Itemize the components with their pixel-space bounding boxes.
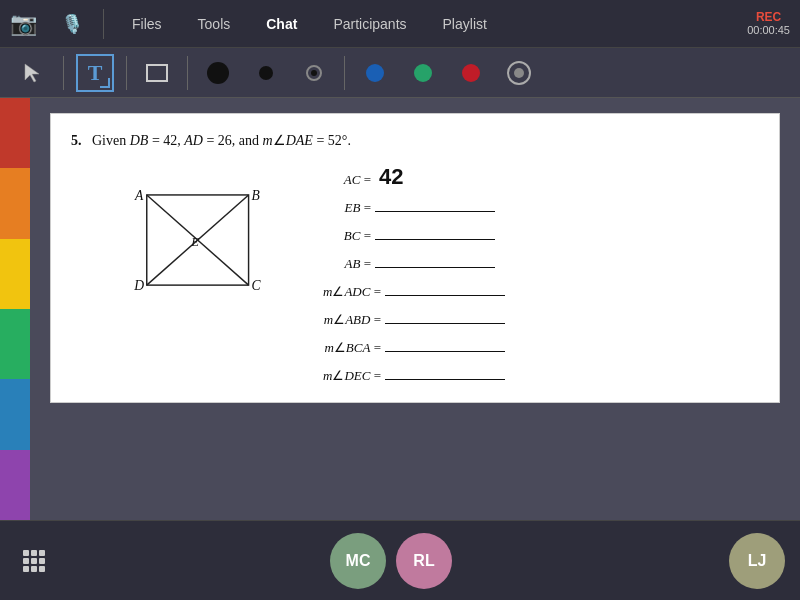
label-ab: AB = [291, 256, 371, 272]
figure-area: A B C D E [71, 161, 271, 384]
strip-blue [0, 379, 30, 449]
medium-pen-button[interactable] [248, 55, 284, 91]
value-ac: 42 [379, 166, 403, 188]
large-pen-button[interactable] [200, 55, 236, 91]
line-mdec [385, 364, 505, 380]
answer-mdec: m∠DEC = [291, 364, 759, 384]
svg-rect-1 [147, 65, 167, 81]
label-mdec: m∠DEC = [291, 368, 381, 384]
blue-color-button[interactable] [357, 55, 393, 91]
line-ab [375, 252, 495, 268]
geometry-figure: A B C D E [71, 161, 271, 321]
green-color-button[interactable] [405, 55, 441, 91]
label-mbca: m∠BCA = [291, 340, 381, 356]
main-area: 5. Given DB = 42, AD = 26, and m∠DAE = 5… [0, 98, 800, 520]
menu-participants[interactable]: Participants [325, 12, 414, 36]
toolbar-divider-4 [344, 56, 345, 90]
strip-orange [0, 168, 30, 238]
toolbar-divider-1 [63, 56, 64, 90]
label-bc: BC = [291, 228, 371, 244]
menu-chat[interactable]: Chat [258, 12, 305, 36]
toolbar-divider-3 [187, 56, 188, 90]
toolbar-divider-2 [126, 56, 127, 90]
svg-text:C: C [251, 278, 261, 293]
answer-bc: BC = [291, 224, 759, 244]
toolbar: T [0, 48, 800, 98]
line-mabd [385, 308, 505, 324]
line-madc [385, 280, 505, 296]
mic-icon[interactable]: 🎙️ [61, 13, 83, 35]
svg-text:D: D [133, 278, 144, 293]
answer-ac: AC = 42 [291, 166, 759, 188]
menu-divider-1 [103, 9, 104, 39]
red-color-button[interactable] [453, 55, 489, 91]
answer-madc: m∠ADC = [291, 280, 759, 300]
rectangle-tool-button[interactable] [139, 55, 175, 91]
record-button[interactable] [501, 55, 537, 91]
menu-tools[interactable]: Tools [190, 12, 239, 36]
worksheet: 5. Given DB = 42, AD = 26, and m∠DAE = 5… [50, 113, 780, 403]
strip-yellow [0, 239, 30, 309]
participant-rl[interactable]: RL [396, 533, 452, 589]
label-eb: EB = [291, 200, 371, 216]
answer-mabd: m∠ABD = [291, 308, 759, 328]
line-eb [375, 196, 495, 212]
svg-text:A: A [134, 188, 144, 203]
rec-badge: REC 00:00:45 [747, 10, 790, 38]
label-madc: m∠ADC = [291, 284, 381, 300]
menu-files[interactable]: Files [124, 12, 170, 36]
participant-lj[interactable]: LJ [729, 533, 785, 589]
line-mbca [385, 336, 505, 352]
line-bc [375, 224, 495, 240]
problem-header: 5. Given DB = 42, AD = 26, and m∠DAE = 5… [71, 132, 759, 149]
strip-purple [0, 450, 30, 520]
apps-icon[interactable] [15, 546, 53, 576]
record-circle [507, 61, 531, 85]
svg-marker-0 [25, 64, 39, 82]
strip-green [0, 309, 30, 379]
participant-mc[interactable]: MC [330, 533, 386, 589]
label-ac: AC = [291, 172, 371, 188]
label-mabd: m∠ABD = [291, 312, 381, 328]
svg-text:E: E [190, 235, 199, 249]
text-tool-button[interactable]: T [76, 54, 114, 92]
menu-bar: 📷 🎙️ Files Tools Chat Participants Playl… [0, 0, 800, 48]
menu-playlist[interactable]: Playlist [435, 12, 495, 36]
grid-icon [23, 550, 45, 572]
small-pen-button[interactable] [296, 55, 332, 91]
strip-red [0, 98, 30, 168]
answers-column: AC = 42 EB = BC = AB = [291, 161, 759, 384]
answer-eb: EB = [291, 196, 759, 216]
cursor-tool-button[interactable] [15, 55, 51, 91]
worksheet-body: A B C D E AC = 42 EB = [71, 161, 759, 384]
answer-mbca: m∠BCA = [291, 336, 759, 356]
answer-ab: AB = [291, 252, 759, 272]
color-strip [0, 98, 30, 520]
participants-bar: MC RL LJ [0, 520, 800, 600]
svg-text:B: B [251, 188, 259, 203]
camera-icon[interactable]: 📷 [10, 11, 37, 37]
